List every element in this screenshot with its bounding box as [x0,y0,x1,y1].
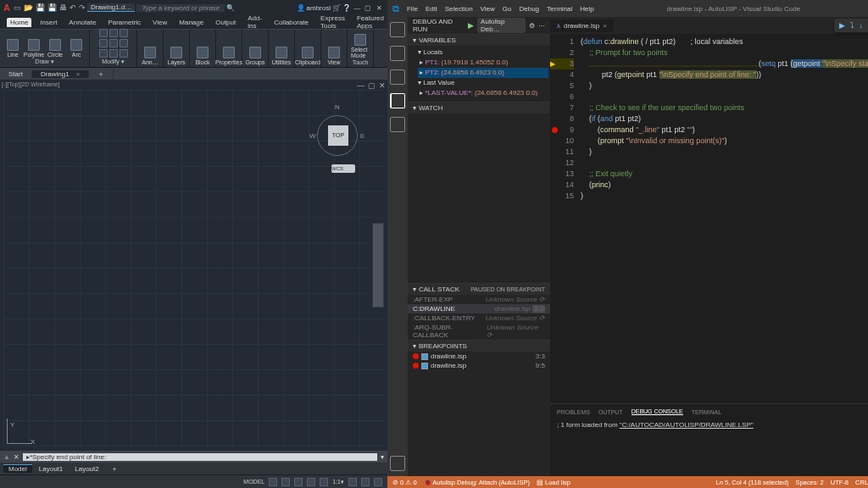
editor-tab-drawline[interactable]: λdrawline.lsp× [550,19,615,32]
callstack-header[interactable]: ▾ CALL STACKPAUSED ON BREAKPOINT [408,284,550,295]
status-osnap-icon[interactable] [320,478,328,486]
polyline-button[interactable]: Polyline [25,39,43,58]
scm-icon[interactable] [390,69,405,85]
panel-tab-problems[interactable]: PROBLEMS [557,409,590,415]
ribbon-tab-parametric[interactable]: Parametric [104,18,144,27]
menu-selection[interactable]: Selection [445,5,473,13]
debug-more-icon[interactable]: ⋯ [538,22,545,30]
stack-frame[interactable]: :ARQ-SUBR-CALLBACKUnknown Source ⟳ [408,323,550,340]
status-item-3[interactable]: CRLF [855,479,868,486]
status-scale[interactable]: 1:1▾ [332,479,344,485]
stack-frame[interactable]: :CALLBACK-ENTRYUnknown Source ⟳ [408,313,550,323]
status-cust-icon[interactable] [374,478,382,486]
tab-drawing1[interactable]: Drawing1× [32,70,89,78]
menu-debug[interactable]: Debug [519,5,539,13]
viewcube-n[interactable]: N [335,103,340,111]
select-mode-button[interactable]: Select Mode [351,34,370,58]
variables-header[interactable]: ▾ VARIABLES [408,35,550,46]
lastvalue-group[interactable]: ▾ Last Value [418,78,548,88]
status-load-lisp[interactable]: ▤ Load lisp [537,479,570,486]
status-ws-icon[interactable] [361,478,370,486]
close-tab-icon[interactable]: × [76,70,81,78]
debug-step-into-icon[interactable]: ↓ [860,21,864,30]
viewcube[interactable]: N S E W TOP [308,100,367,168]
viewcube-e[interactable]: E [360,132,364,140]
panel-tab-debug-console[interactable]: DEBUG CONSOLE [632,408,683,415]
help-icon[interactable]: ❔ [342,4,351,12]
layout-add-button[interactable]: ＋ [106,464,123,474]
modify-tools[interactable] [99,29,128,58]
utilities-button[interactable]: Utilities [272,47,291,65]
ribbon-tab-output[interactable]: Output [212,18,239,27]
status-grid-icon[interactable] [269,478,277,486]
var-last-value[interactable]: ▸ *LAST-VALUE*: (24.6858 6.4923 0.0) [418,88,548,98]
menu-go[interactable]: Go [503,5,512,13]
debug-console-output[interactable]: ; 1 form loaded from "C:/AUTOCAD/AUTOLIS… [550,419,868,476]
menu-file[interactable]: File [407,5,418,13]
debug-icon[interactable] [390,93,405,108]
view-button[interactable]: View [325,47,343,65]
maximize-button[interactable]: ▢ [364,4,373,12]
ribbon-tab-view[interactable]: View [149,18,170,27]
cmd-close-icon[interactable]: ✕ [14,453,19,461]
vp-close-icon[interactable]: ✕ [379,81,386,90]
minimize-button[interactable]: — [353,4,362,12]
qa-saveas-icon[interactable]: 💾 [47,3,57,12]
close-editor-icon[interactable]: × [603,22,607,30]
status-anno-icon[interactable] [348,478,357,486]
tab-start[interactable]: Start [0,70,32,78]
block-button[interactable]: Block [193,47,212,65]
panel-draw-label[interactable]: Draw ▾ [35,58,53,65]
menu-help[interactable]: Help [580,5,593,13]
arc-button[interactable]: Arc [67,39,86,58]
search-icon[interactable] [390,46,405,61]
status-polar-icon[interactable] [307,478,315,486]
qa-new-icon[interactable]: ▭ [14,3,21,12]
vp-min-icon[interactable]: — [357,81,364,90]
menu-terminal[interactable]: Terminal [547,5,572,13]
status-debug-session[interactable]: 🐞 Autolisp Debug: Attach (AutoLISP) [424,479,530,486]
qa-plot-icon[interactable]: 🖶 [59,3,67,12]
cmd-input[interactable]: ▸*Specify end point of line: [23,453,377,461]
text-button[interactable]: Ann… [141,47,159,65]
viewcube-w[interactable]: W [309,132,316,140]
ribbon-tab-insert[interactable]: Insert [36,18,60,27]
debug-settings-icon[interactable]: ⚙ [529,22,535,30]
breakpoints-header[interactable]: ▾ BREAKPOINTS [408,341,550,352]
layers-button[interactable]: Layers [167,47,186,65]
status-ortho-icon[interactable] [294,478,303,486]
user-name[interactable]: ambrosl [307,4,331,12]
qa-redo-icon[interactable]: ↷ [79,3,86,12]
ribbon-tab-home[interactable]: Home [7,18,31,27]
stack-frame[interactable]: :AFTER-EXPUnknown Source ⟳ [408,295,550,304]
status-item-2[interactable]: UTF-8 [831,479,849,486]
menu-edit[interactable]: Edit [426,5,437,13]
ribbon-tab-collaborate[interactable]: Collaborate [270,18,312,27]
layout-tab-model[interactable]: Model [3,464,32,473]
line-button[interactable]: Line [3,39,22,58]
model-viewport[interactable]: [-][Top][2D Wireframe] —▢✕ N S E W TOP W… [0,80,387,451]
command-line[interactable]: ▲ ✕ ▸*Specify end point of line: ▾ [0,451,387,463]
wcs-label[interactable]: WCS [331,164,355,173]
status-item-1[interactable]: Spaces: 2 [795,479,823,486]
autodesk-app-icon[interactable]: 🛒 [332,4,341,12]
start-debug-icon[interactable]: ▶ [468,21,474,30]
watch-header[interactable]: ▾ WATCH [408,103,550,114]
close-button[interactable]: ✕ [375,4,384,12]
circle-button[interactable]: Circle [46,39,64,58]
menu-view[interactable]: View [481,5,495,13]
search-icon[interactable]: 🔍 [226,4,235,12]
breakpoint-row[interactable]: drawline.lsp3:3 [408,352,550,361]
qa-undo-icon[interactable]: ↶ [70,3,76,12]
panel-tab-output[interactable]: OUTPUT [598,409,623,415]
status-problems[interactable]: ⊘ 0 ⚠ 0 [392,479,417,486]
cmd-history-icon[interactable]: ▲ [3,453,10,461]
layout-tab-layout1[interactable]: Layout1 [34,465,68,473]
explorer-icon[interactable] [390,22,405,37]
clipboard-button[interactable]: Clipboard [298,47,317,65]
breakpoint-row[interactable]: drawline.lsp9:5 [408,361,550,370]
panel-modify-label[interactable]: Modify ▾ [102,58,125,65]
viewcube-top[interactable]: TOP [328,125,348,146]
user-icon[interactable]: 👤 [297,4,305,12]
navigation-bar[interactable] [372,223,384,308]
